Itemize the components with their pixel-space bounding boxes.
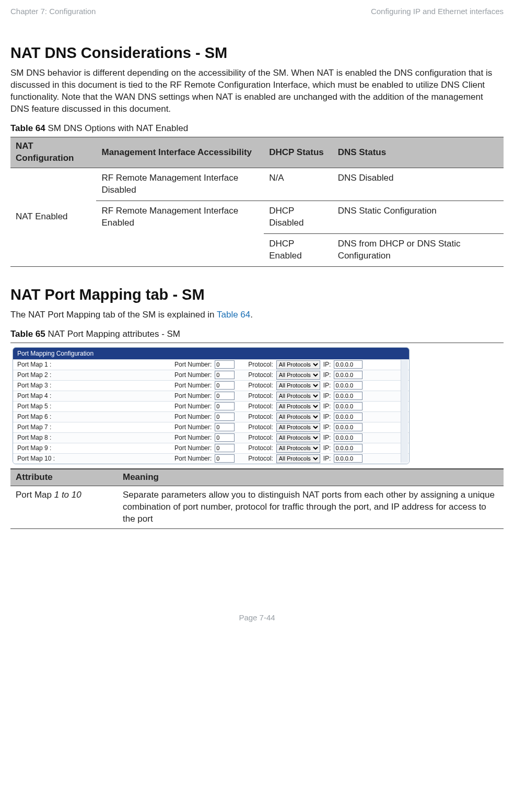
table-65-label: Table 65 <box>10 329 45 339</box>
port-number-input[interactable] <box>215 413 235 421</box>
ip-label: IP: <box>323 413 331 421</box>
protocol-select[interactable]: All Protocols <box>276 423 320 432</box>
port-map-label: Port Map 3 : <box>17 381 171 390</box>
port-number-input[interactable] <box>215 371 235 379</box>
protocol-select[interactable]: All Protocols <box>276 433 320 442</box>
port-map-label: Port Map 4 : <box>17 392 171 400</box>
port-number-label: Port Number: <box>174 360 212 369</box>
port-map-row: Port Map 2 :Port Number:Protocol:All Pro… <box>13 370 409 380</box>
section-1-body: SM DNS behavior is different depending o… <box>10 67 504 115</box>
port-map-row: Port Map 4 :Port Number:Protocol:All Pro… <box>13 391 409 401</box>
ip-input[interactable] <box>334 444 363 452</box>
port-number-label: Port Number: <box>174 423 212 431</box>
attr-em: 1 to 10 <box>54 490 81 500</box>
port-map-label: Port Map 10 : <box>17 454 171 463</box>
table-64-link[interactable]: Table 64 <box>217 310 250 320</box>
ip-input[interactable] <box>334 360 363 369</box>
table-65-caption-rest: NAT Port Mapping attributes - SM <box>45 329 180 339</box>
port-map-label: Port Map 7 : <box>17 423 171 431</box>
port-mapping-rows: Port Map 1 :Port Number:Protocol:All Pro… <box>13 359 409 464</box>
port-map-row: Port Map 3 :Port Number:Protocol:All Pro… <box>13 380 409 391</box>
table-64-h2: DHCP Status <box>264 137 332 168</box>
section-2-title: NAT Port Mapping tab - SM <box>10 285 504 305</box>
port-number-label: Port Number: <box>174 433 212 442</box>
port-number-label: Port Number: <box>174 413 212 421</box>
scrollbar[interactable] <box>401 359 408 463</box>
port-map-label: Port Map 9 : <box>17 444 171 452</box>
port-map-label: Port Map 2 : <box>17 371 171 379</box>
table-64-label: Table 64 <box>10 123 45 133</box>
protocol-label: Protocol: <box>248 402 273 410</box>
protocol-select[interactable]: All Protocols <box>276 413 320 421</box>
ip-input[interactable] <box>334 423 363 431</box>
ip-label: IP: <box>323 371 331 379</box>
section-2-body: The NAT Port Mapping tab of the SM is ex… <box>10 309 504 321</box>
attr-value: Port Map 1 to 10 <box>10 486 118 528</box>
protocol-select[interactable]: All Protocols <box>276 392 320 401</box>
ip-input[interactable] <box>334 402 363 410</box>
na-cell: N/A <box>264 168 332 201</box>
table-64-h0: NAT Configuration <box>10 137 96 168</box>
running-right: Configuring IP and Ethernet interfaces <box>371 6 504 17</box>
attr-header-row: Attribute Meaning <box>10 469 504 486</box>
protocol-select[interactable]: All Protocols <box>276 360 320 369</box>
ip-input[interactable] <box>334 433 363 442</box>
table-64: NAT Configuration Management Interface A… <box>10 137 504 267</box>
page-footer: Page 7-44 <box>10 613 504 623</box>
ip-input[interactable] <box>334 392 363 400</box>
port-map-row: Port Map 10 :Port Number:Protocol:All Pr… <box>13 453 409 464</box>
mgmt-disabled-cell: RF Remote Management Interface Disabled <box>96 168 264 201</box>
section-2-pre: The NAT Port Mapping tab of the SM is ex… <box>10 310 217 320</box>
ip-label: IP: <box>323 444 331 452</box>
section-1-title: NAT DNS Considerations - SM <box>10 43 504 63</box>
table-64-h1: Management Interface Accessibility <box>96 137 264 168</box>
protocol-select[interactable]: All Protocols <box>276 402 320 411</box>
table-row: NAT Enabled RF Remote Management Interfa… <box>10 168 504 201</box>
port-map-label: Port Map 8 : <box>17 433 171 442</box>
port-number-label: Port Number: <box>174 381 212 390</box>
ip-label: IP: <box>323 402 331 410</box>
port-map-row: Port Map 7 :Port Number:Protocol:All Pro… <box>13 422 409 432</box>
port-map-row: Port Map 1 :Port Number:Protocol:All Pro… <box>13 359 409 370</box>
protocol-select[interactable]: All Protocols <box>276 454 320 463</box>
ip-input[interactable] <box>334 381 363 390</box>
port-map-label: Port Map 5 : <box>17 402 171 410</box>
port-number-label: Port Number: <box>174 392 212 400</box>
ip-input[interactable] <box>334 371 363 379</box>
ip-label: IP: <box>323 454 331 463</box>
ip-input[interactable] <box>334 454 363 463</box>
dns-static-cell: DNS Static Configuration <box>333 201 504 233</box>
port-number-input[interactable] <box>215 454 235 463</box>
port-map-row: Port Map 9 :Port Number:Protocol:All Pro… <box>13 443 409 453</box>
port-mapping-panel: Port Mapping Configuration Port Map 1 :P… <box>13 347 410 464</box>
port-number-input[interactable] <box>215 392 235 400</box>
protocol-label: Protocol: <box>248 454 273 463</box>
table-64-caption: Table 64 SM DNS Options with NAT Enabled <box>10 123 504 135</box>
port-number-input[interactable] <box>215 423 235 431</box>
mgmt-enabled-cell: RF Remote Management Interface Enabled <box>96 201 264 266</box>
running-header: Chapter 7: Configuration Configuring IP … <box>10 6 504 17</box>
port-number-input[interactable] <box>215 444 235 452</box>
dns-from-dhcp-cell: DNS from DHCP or DNS Static Configuratio… <box>333 233 504 266</box>
running-left: Chapter 7: Configuration <box>10 6 96 17</box>
port-number-input[interactable] <box>215 360 235 369</box>
port-number-input[interactable] <box>215 381 235 390</box>
protocol-select[interactable]: All Protocols <box>276 444 320 453</box>
port-mapping-screenshot-wrap: Port Mapping Configuration Port Map 1 :P… <box>10 343 504 469</box>
protocol-label: Protocol: <box>248 371 273 379</box>
port-number-label: Port Number: <box>174 444 212 452</box>
protocol-label: Protocol: <box>248 413 273 421</box>
port-number-input[interactable] <box>215 402 235 410</box>
table-64-h3: DNS Status <box>333 137 504 168</box>
protocol-select[interactable]: All Protocols <box>276 371 320 380</box>
ip-input[interactable] <box>334 413 363 421</box>
dhcp-disabled-cell: DHCP Disabled <box>264 201 332 233</box>
protocol-select[interactable]: All Protocols <box>276 381 320 390</box>
port-number-input[interactable] <box>215 433 235 442</box>
port-map-row: Port Map 5 :Port Number:Protocol:All Pro… <box>13 401 409 411</box>
attribute-table: Attribute Meaning Port Map 1 to 10 Separ… <box>10 469 504 529</box>
port-map-label: Port Map 1 : <box>17 360 171 369</box>
port-number-label: Port Number: <box>174 454 212 463</box>
protocol-label: Protocol: <box>248 392 273 400</box>
port-map-row: Port Map 6 :Port Number:Protocol:All Pro… <box>13 411 409 422</box>
